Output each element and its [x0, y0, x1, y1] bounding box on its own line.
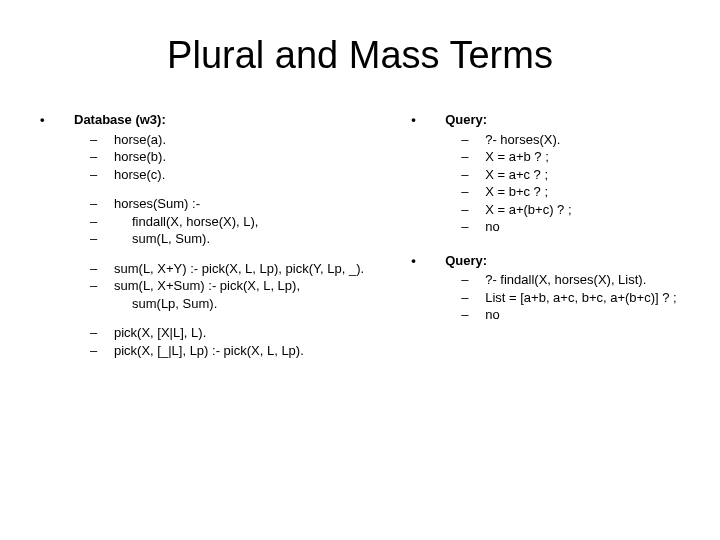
bullet-icon: • [40, 111, 74, 129]
list-item: –no [461, 306, 680, 324]
list-item: –?- horses(X). [461, 131, 680, 149]
list-item: –X = b+c ? ; [461, 183, 680, 201]
list-item: –X = a+(b+c) ? ; [461, 201, 680, 219]
content-columns: • Database (w3): –horse(a). –horse(b). –… [40, 111, 680, 372]
bullet-icon: • [411, 111, 445, 129]
database-heading: • Database (w3): [40, 111, 411, 129]
list-item: –findall(X, horse(X), L), [90, 213, 411, 231]
list-item: –sum(L, X+Y) :- pick(X, L, Lp), pick(Y, … [90, 260, 411, 278]
left-column: • Database (w3): –horse(a). –horse(b). –… [40, 111, 411, 372]
list-item: –X = a+b ? ; [461, 148, 680, 166]
list-item: –horses(Sum) :- [90, 195, 411, 213]
query-lines: –?- horses(X). –X = a+b ? ; –X = a+c ? ;… [461, 131, 680, 236]
query-heading-text: Query: [445, 252, 487, 270]
list-item: –horse(c). [90, 166, 411, 184]
right-column: • Query: –?- horses(X). –X = a+b ? ; –X … [411, 111, 680, 372]
bullet-icon: • [411, 252, 445, 270]
db-group-1: –horse(a). –horse(b). –horse(c). [90, 131, 411, 184]
query-lines: –?- findall(X, horses(X), List). –List =… [461, 271, 680, 324]
list-item: –horse(a). [90, 131, 411, 149]
list-item: –sum(L, Sum). [90, 230, 411, 248]
query-heading: • Query: [411, 252, 680, 270]
slide-title: Plural and Mass Terms [40, 34, 680, 77]
list-item: –X = a+c ? ; [461, 166, 680, 184]
query-heading-text: Query: [445, 111, 487, 129]
query-heading: • Query: [411, 111, 680, 129]
list-item: sum(Lp, Sum). [90, 295, 411, 313]
list-item: –?- findall(X, horses(X), List). [461, 271, 680, 289]
db-group-4: –pick(X, [X|L], L). –pick(X, [_|L], Lp) … [90, 324, 411, 359]
list-item: –List = [a+b, a+c, b+c, a+(b+c)] ? ; [461, 289, 680, 307]
query-block-2: • Query: –?- findall(X, horses(X), List)… [411, 252, 680, 324]
list-item: –sum(L, X+Sum) :- pick(X, L, Lp), [90, 277, 411, 295]
query-block-1: • Query: –?- horses(X). –X = a+b ? ; –X … [411, 111, 680, 236]
list-item: –no [461, 218, 680, 236]
slide: Plural and Mass Terms • Database (w3): –… [0, 0, 720, 540]
list-item: –horse(b). [90, 148, 411, 166]
list-item: –pick(X, [X|L], L). [90, 324, 411, 342]
db-group-3: –sum(L, X+Y) :- pick(X, L, Lp), pick(Y, … [90, 260, 411, 313]
db-group-2: –horses(Sum) :- –findall(X, horse(X), L)… [90, 195, 411, 248]
database-heading-text: Database (w3): [74, 111, 166, 129]
list-item: –pick(X, [_|L], Lp) :- pick(X, L, Lp). [90, 342, 411, 360]
